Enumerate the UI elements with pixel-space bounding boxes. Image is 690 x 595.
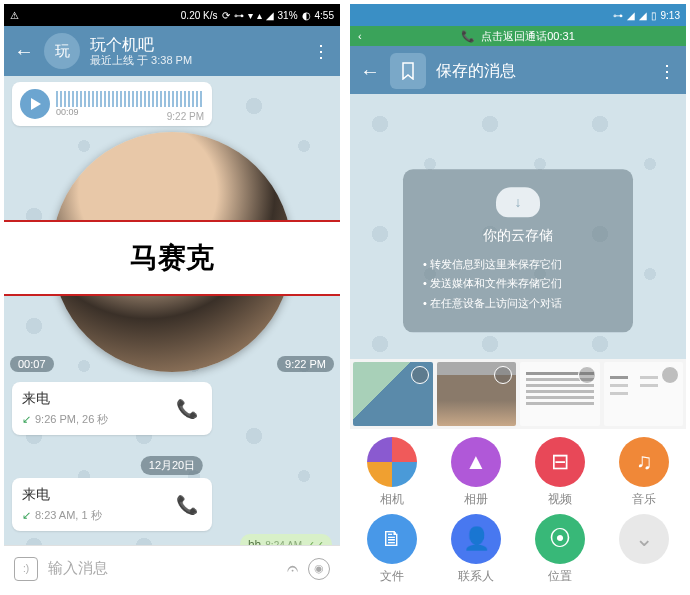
arrow-in-icon: ↙ <box>22 413 31 426</box>
battery-icon: ◐ <box>302 10 311 21</box>
call-meta: 9:26 PM, 26 秒 <box>35 412 108 427</box>
more-icon[interactable]: ⋯ <box>657 63 679 79</box>
chat-title: 玩个机吧 <box>90 36 304 54</box>
date-divider: 12月20日 <box>141 456 203 475</box>
back-icon[interactable]: ← <box>14 40 34 63</box>
arrow-in-icon: ↙ <box>22 509 31 522</box>
cloud-title: 你的云存储 <box>417 227 619 245</box>
message-input[interactable]: 输入消息 <box>48 559 277 578</box>
media-duration-badge: 00:07 <box>10 356 54 372</box>
caret-left-icon: ‹ <box>358 30 362 42</box>
sticker-icon[interactable]: :) <box>14 557 38 581</box>
attach-label: 相册 <box>464 491 488 508</box>
attach-icon[interactable]: 𝄐 <box>287 557 298 580</box>
voice-time: 9:22 PM <box>167 111 204 122</box>
phone-icon: 📞 <box>461 30 475 43</box>
attach-sheet: 相机 ▲相册 ⊟视频 ♫音乐 🗎文件 👤联系人 ⦿位置 ⌄ <box>350 429 686 591</box>
chat-header[interactable]: ← 保存的消息 ⋯ <box>350 46 686 96</box>
chat-header[interactable]: ← 玩 玩个机吧 最近上线 于 3:38 PM ⋯ <box>4 26 340 76</box>
gallery-thumbs <box>350 359 686 429</box>
gallery-thumb[interactable] <box>604 362 684 426</box>
phone-icon[interactable]: 📞 <box>176 398 198 420</box>
chat-title: 保存的消息 <box>436 62 650 80</box>
attach-label: 相机 <box>380 491 404 508</box>
active-call-bar[interactable]: ‹ 📞 点击返回通话00:31 <box>350 26 686 46</box>
mic-icon[interactable]: ◉ <box>308 558 330 580</box>
video-icon: ⊟ <box>535 437 585 487</box>
gallery-thumb[interactable] <box>353 362 433 426</box>
chat-subtitle: 最近上线 于 3:38 PM <box>90 54 304 66</box>
cloud-download-icon <box>496 187 540 217</box>
attach-label: 联系人 <box>458 568 494 585</box>
waveform <box>56 91 204 107</box>
status-bar: ⚠ 0.20 K/s ⟳ ⊶ ▾ ▴ ◢ 31% ◐ 4:55 <box>4 4 340 26</box>
signal-icon: ◢ <box>627 10 635 21</box>
attach-gallery[interactable]: ▲相册 <box>441 437 511 508</box>
mosaic-overlay: 马赛克 <box>4 220 340 296</box>
call-title: 来电 <box>22 390 202 408</box>
cloud-info-card: 你的云存储 转发信息到这里来保存它们 发送媒体和文件来存储它们 在任意设备上访问… <box>403 169 633 332</box>
gallery-icon: ▲ <box>451 437 501 487</box>
battery: 31% <box>278 10 298 21</box>
signal-icon: ◢ <box>266 10 274 21</box>
attach-video[interactable]: ⊟视频 <box>525 437 595 508</box>
outgoing-text[interactable]: hh 8:24 AM✓✓ <box>240 534 332 545</box>
warning-icon: ⚠ <box>10 10 19 21</box>
wifi-icon: ▾ <box>248 10 253 21</box>
call-meta: 8:23 AM, 1 秒 <box>35 508 102 523</box>
clock: 9:13 <box>661 10 680 21</box>
cloud-features: 转发信息到这里来保存它们 发送媒体和文件来存储它们 在任意设备上访问这个对话 <box>417 255 619 314</box>
location-icon: ⦿ <box>535 514 585 564</box>
more-icon[interactable]: ⋯ <box>311 43 333 59</box>
input-bar: :) 输入消息 𝄐 ◉ <box>4 545 340 591</box>
phone-right: ⊶ ◢ ◢ ▯ 9:13 ‹ 📞 点击返回通话00:31 ← 保存的消息 ⋯ 你… <box>350 4 686 591</box>
chevron-down-icon: ⌄ <box>619 514 669 564</box>
phone-icon[interactable]: 📞 <box>176 494 198 516</box>
battery-icon: ▯ <box>651 10 657 21</box>
chat-area: 你的云存储 转发信息到这里来保存它们 发送媒体和文件来存储它们 在任意设备上访问… <box>350 94 686 355</box>
attach-label: 位置 <box>548 568 572 585</box>
attach-location[interactable]: ⦿位置 <box>525 514 595 585</box>
play-icon[interactable] <box>20 89 50 119</box>
bookmark-icon <box>390 53 426 89</box>
sync-icon: ⟳ <box>222 10 230 21</box>
call-bar-text: 点击返回通话00:31 <box>481 29 575 44</box>
attach-file[interactable]: 🗎文件 <box>357 514 427 585</box>
attach-label <box>642 568 645 582</box>
contact-icon: 👤 <box>451 514 501 564</box>
feature-item: 在任意设备上访问这个对话 <box>423 294 619 314</box>
back-icon[interactable]: ← <box>360 60 380 83</box>
status-bar: ⊶ ◢ ◢ ▯ 9:13 <box>350 4 686 26</box>
camera-icon <box>367 437 417 487</box>
file-icon: 🗎 <box>367 514 417 564</box>
voice-message[interactable]: 00:09 9:22 PM <box>12 82 212 126</box>
attach-label: 音乐 <box>632 491 656 508</box>
avatar[interactable]: 玩 <box>44 33 80 69</box>
music-icon: ♫ <box>619 437 669 487</box>
gallery-thumb[interactable] <box>520 362 600 426</box>
header-title-block: 保存的消息 <box>436 62 650 80</box>
attach-label: 文件 <box>380 568 404 585</box>
attach-collapse[interactable]: ⌄ <box>609 514 679 585</box>
phone-left: ⚠ 0.20 K/s ⟳ ⊶ ▾ ▴ ◢ 31% ◐ 4:55 ← 玩 玩个机吧… <box>4 4 340 591</box>
attach-contact[interactable]: 👤联系人 <box>441 514 511 585</box>
msg-text: hh <box>248 538 261 545</box>
net-speed: 0.20 K/s <box>181 10 218 21</box>
call-title: 来电 <box>22 486 202 504</box>
feature-item: 发送媒体和文件来存储它们 <box>423 275 619 295</box>
chat-area[interactable]: 00:09 9:22 PM 马赛克 00:07 9:22 PM 来电 ↙9:26… <box>4 76 340 545</box>
attach-music[interactable]: ♫音乐 <box>609 437 679 508</box>
incoming-call-card[interactable]: 来电 ↙9:26 PM, 26 秒 📞 <box>12 382 212 435</box>
signal-icon: ◢ <box>639 10 647 21</box>
clock: 4:55 <box>315 10 334 21</box>
gallery-thumb[interactable] <box>437 362 517 426</box>
media-time-badge: 9:22 PM <box>277 356 334 372</box>
attach-label: 视频 <box>548 491 572 508</box>
header-title-block[interactable]: 玩个机吧 最近上线 于 3:38 PM <box>90 36 304 66</box>
incoming-call-card[interactable]: 来电 ↙8:23 AM, 1 秒 📞 <box>12 478 212 531</box>
feature-item: 转发信息到这里来保存它们 <box>423 255 619 275</box>
attach-camera[interactable]: 相机 <box>357 437 427 508</box>
key-icon: ⊶ <box>234 10 244 21</box>
signal-icon: ▴ <box>257 10 262 21</box>
key-icon: ⊶ <box>613 10 623 21</box>
